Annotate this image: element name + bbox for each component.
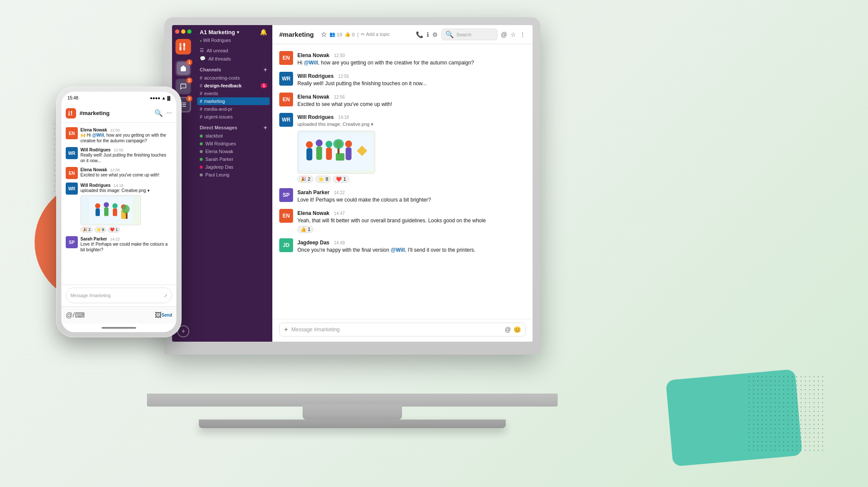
phone-search-icon[interactable]: 🔍 (154, 109, 163, 117)
svg-point-37 (335, 141, 342, 148)
reaction-thumbsup[interactable]: 👍 1 (297, 226, 313, 233)
message-text-1: Hi @Will, how are you getting on with th… (297, 59, 526, 67)
phone-format-icon[interactable]: ⌨ (75, 311, 85, 319)
reactions-4: 🎉 2 ⭐ 8 ❤️ 1 (297, 176, 526, 183)
window-controls (175, 29, 191, 34)
separator: | (357, 32, 358, 37)
channel-item-events[interactable]: # events (195, 90, 272, 97)
channel-list: A1 Marketing ▾ 🔔 ● Will Rodrigues ☰ All … (195, 25, 272, 342)
phone-time: 15:48 (67, 96, 78, 100)
phone-reaction-3[interactable]: ❤️ 1 (108, 227, 120, 233)
dm-item-slackbot[interactable]: slackbot (195, 132, 272, 140)
phone-reaction-1[interactable]: 🎉 2 (80, 227, 93, 233)
phone-avatar-elena-2: EN (66, 167, 78, 179)
message-text-6: Yeah, that will fit better with our over… (297, 217, 526, 224)
phone-send-button[interactable]: Send (162, 313, 172, 317)
phone-expand-icon[interactable]: ⤢ (164, 293, 167, 298)
message-text-5: Love it! Perhaps we could make the colou… (297, 196, 526, 204)
maximize-button[interactable] (187, 29, 191, 34)
reaction-heart[interactable]: ❤️ 1 (333, 176, 349, 183)
sidebar-icon-home[interactable]: 1 (176, 61, 191, 76)
message-group-1: EN Elena Nowak 12:50 Hi @Will, how are y… (279, 51, 526, 67)
workspace-logo-icon[interactable] (176, 39, 191, 54)
phone-more-icon[interactable]: ··· (166, 109, 172, 117)
time-4: 14:18 (338, 115, 349, 120)
dm-item-sarah[interactable]: Sarah Parker (195, 155, 272, 163)
svg-rect-0 (68, 113, 70, 116)
phone-image-attachment (80, 195, 141, 225)
sender-jagdeep: Jagdeep Das (297, 240, 329, 246)
svg-point-14 (122, 205, 130, 214)
input-plus-icon[interactable]: + (284, 326, 288, 333)
phone-icon[interactable]: 📞 (416, 31, 423, 38)
dm-item-elena[interactable]: Elena Nowak (195, 147, 272, 155)
status-dot-slackbot (200, 135, 203, 138)
phone-text-3: Excited to see what you've come up with! (80, 172, 172, 178)
phone-avatar-will-1: WR (66, 147, 78, 159)
avatar-will-2: WR (279, 113, 293, 127)
settings-icon[interactable]: ⚙ (432, 31, 438, 38)
notification-bell-icon[interactable]: 🔔 (260, 29, 267, 35)
phone-at-icon[interactable]: @ (66, 311, 73, 319)
more-icon[interactable]: ⋮ (520, 31, 526, 38)
reaction-star[interactable]: ⭐ 8 (315, 176, 331, 183)
phone-signal-icon: ●●●● (150, 96, 160, 100)
phone-avatar-sarah: SP (66, 236, 78, 248)
add-dm-icon[interactable]: + (264, 124, 267, 131)
star-icon[interactable]: ☆ (321, 30, 327, 38)
search-bar[interactable]: 🔍 Search (441, 29, 498, 40)
message-text-7: Once you're happy with the final version… (297, 247, 526, 254)
phone-text-1: 🙌 Hi @Will, how are you getting on with … (80, 132, 172, 144)
channel-item-media[interactable]: # media-and-pr (195, 105, 272, 113)
svg-rect-2 (71, 113, 72, 116)
phone-time-5: 14:22 (110, 237, 120, 241)
time-1: 12:50 (334, 53, 345, 58)
phone-msg-content-1: Elena Nowak 12:50 🙌 Hi @Will, how are yo… (80, 127, 172, 144)
dm-item-will[interactable]: Will Rodrigues (195, 140, 272, 147)
laptop-screen: 1 2 3 (172, 25, 533, 342)
chat-actions: 📞 ℹ ⚙ 🔍 Search @ ☆ ⋮ (416, 29, 526, 40)
search-placeholder-text: Search (456, 32, 472, 37)
phone-reaction-2[interactable]: ⭐ 8 (94, 227, 107, 233)
phone-time-3: 12:56 (110, 168, 120, 172)
channel-item-urgent[interactable]: # urgent-issues (195, 113, 272, 121)
input-at-icon[interactable]: @ (505, 326, 511, 333)
channel-item-marketing[interactable]: # marketing (197, 97, 270, 105)
channel-item-design-feedback[interactable]: # design-feedback 1 (195, 82, 272, 90)
phone-avatar-elena-1: EN (66, 127, 78, 139)
phone-creative-illustration (85, 197, 137, 223)
info-icon[interactable]: ℹ (427, 31, 429, 38)
status-dot-will (200, 142, 203, 145)
svg-rect-8 (104, 208, 108, 216)
phone-message-3: EN Elena Nowak 12:56 Excited to see what… (66, 167, 172, 179)
at-icon[interactable]: @ (501, 31, 507, 38)
nav-item-all-unread[interactable]: ☰ All unread (195, 46, 272, 54)
phone-sender-1: Elena Nowak (80, 128, 107, 132)
add-topic-button[interactable]: ✏ Add a topic (361, 32, 390, 37)
channel-item-accounting[interactable]: # accounting-costs (195, 74, 272, 82)
dm-item-paul[interactable]: Paul Leung (195, 171, 272, 179)
add-channel-icon[interactable]: + (264, 66, 267, 73)
input-emoji-icon[interactable]: 😊 (514, 326, 521, 333)
laptop-stand (303, 404, 402, 420)
message-input-bar[interactable]: + Message #marketing @ 😊 (279, 323, 526, 336)
star-action-icon[interactable]: ☆ (511, 31, 516, 38)
close-button[interactable] (175, 29, 179, 34)
channel-hash-icon-4: # (200, 99, 202, 104)
message-text-2: Really well! Just putting the finishing … (297, 80, 526, 87)
nav-item-all-threads[interactable]: 💬 All threads (195, 54, 272, 63)
minimize-button[interactable] (181, 29, 185, 34)
phone-header: #marketing 🔍 ··· (61, 104, 176, 123)
message-group-2: WR Will Rodrigues 12:55 Really well! Jus… (279, 72, 526, 87)
status-dot-elena (200, 150, 203, 153)
phone-time-2: 12:55 (114, 148, 124, 152)
message-content-7: Jagdeep Das 14:49 Once you're happy with… (297, 238, 526, 254)
message-input-field[interactable]: Message #marketing (291, 327, 501, 333)
svg-rect-33 (346, 147, 352, 160)
message-content-3: Elena Nowak 12:56 Excited to see what yo… (297, 93, 526, 108)
phone-text-5: Love it! Perhaps we could make the colou… (80, 241, 172, 253)
dm-item-jagdeep[interactable]: Jagdeep Das (195, 163, 272, 171)
phone-image-icon[interactable]: 🖼 (155, 311, 162, 319)
reaction-party[interactable]: 🎉 2 (297, 176, 313, 183)
phone-input-bar[interactable]: Message #marketing ⤢ (66, 288, 172, 303)
